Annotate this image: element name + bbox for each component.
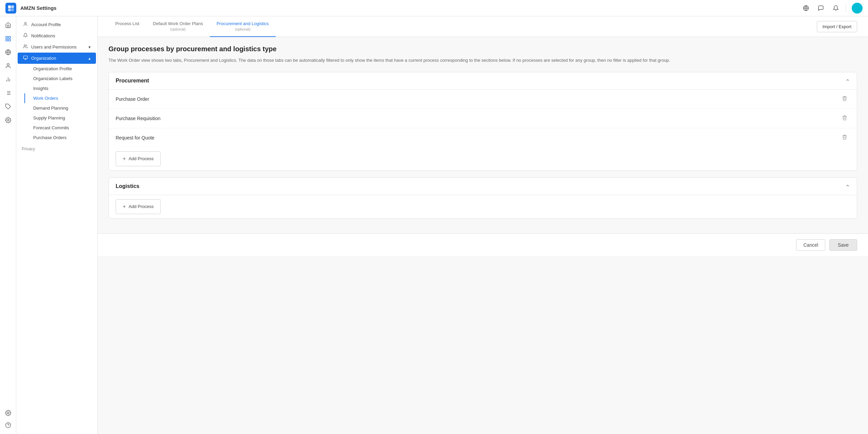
- avatar[interactable]: [852, 3, 863, 14]
- sidebar-item-organization[interactable]: Organization ▴: [18, 53, 96, 64]
- rail-home-icon[interactable]: [2, 19, 14, 31]
- process-item-request-for-quote: Request for Quote: [109, 128, 857, 147]
- svg-rect-1: [11, 5, 14, 8]
- sidebar-sub-insights[interactable]: Insights: [24, 83, 97, 93]
- sidebar: Account Profile Notifications Users and …: [16, 16, 98, 434]
- rail-person-icon[interactable]: [2, 60, 14, 72]
- process-item-purchase-order: Purchase Order: [109, 90, 857, 109]
- sidebar-sub-items: Organization Profile Organization Labels…: [16, 64, 97, 143]
- sidebar-item-label: Organization: [31, 56, 56, 61]
- plus-icon: +: [123, 204, 126, 210]
- delete-request-for-quote-button[interactable]: [839, 133, 850, 143]
- app-title: AMZN Settings: [20, 5, 57, 11]
- procurement-title: Procurement: [116, 78, 845, 84]
- add-process-label: Add Process: [129, 156, 154, 161]
- process-name: Purchase Requisition: [116, 116, 839, 121]
- logistics-header[interactable]: Logistics: [109, 178, 857, 195]
- svg-point-23: [7, 119, 9, 121]
- page-body: Group processes by procurement and logis…: [98, 37, 868, 233]
- import-export-button[interactable]: Import / Export: [817, 21, 857, 32]
- rail-help-icon[interactable]: [2, 419, 14, 431]
- sidebar-sub-org-labels[interactable]: Organization Labels: [24, 74, 97, 83]
- icon-rail: [0, 16, 16, 434]
- topbar-divider: [846, 4, 846, 12]
- bell-icon[interactable]: [831, 3, 841, 13]
- procurement-header[interactable]: Procurement: [109, 72, 857, 90]
- svg-rect-6: [6, 36, 7, 38]
- topbar-icons: [801, 3, 863, 14]
- delete-purchase-requisition-button[interactable]: [839, 114, 850, 123]
- tab-header: Process List Default Work Order Plans (o…: [98, 16, 868, 37]
- process-item-purchase-requisition: Purchase Requisition: [109, 109, 857, 128]
- bottom-actions: Cancel Save: [98, 233, 868, 256]
- sidebar-sub-purchase-orders[interactable]: Purchase Orders: [24, 133, 97, 143]
- sidebar-sub-demand-planning[interactable]: Demand Planning: [24, 103, 97, 113]
- sidebar-item-users-permissions[interactable]: Users and Permissions ▾: [18, 41, 96, 53]
- add-process-procurement-button[interactable]: + Add Process: [116, 151, 161, 166]
- svg-rect-0: [8, 5, 11, 8]
- page-description: The Work Order view shows two tabs, Proc…: [108, 57, 857, 64]
- rail-list-icon[interactable]: [2, 87, 14, 99]
- sidebar-item-notifications[interactable]: Notifications: [18, 30, 96, 41]
- logistics-title: Logistics: [116, 183, 845, 189]
- svg-point-27: [25, 22, 26, 24]
- delete-purchase-order-button[interactable]: [839, 94, 850, 104]
- logistics-section: Logistics + Add Process: [108, 177, 857, 219]
- cancel-button[interactable]: Cancel: [796, 239, 825, 251]
- rail-chart-icon[interactable]: [2, 73, 14, 86]
- app-logo: [5, 3, 16, 14]
- procurement-chevron-up-icon: [845, 78, 850, 83]
- tab-procurement-logistics[interactable]: Procurement and Logistics (optional): [210, 16, 276, 37]
- person-icon: [23, 22, 28, 27]
- sidebar-sub-org-profile[interactable]: Organization Profile: [24, 64, 97, 74]
- sidebar-item-label: Users and Permissions: [31, 44, 77, 50]
- svg-point-28: [24, 45, 26, 46]
- logistics-chevron-up-icon: [845, 183, 850, 189]
- sidebar-privacy[interactable]: Privacy: [16, 143, 97, 155]
- svg-rect-9: [8, 39, 10, 41]
- main-content: Process List Default Work Order Plans (o…: [98, 16, 868, 434]
- sidebar-sub-label: Demand Planning: [33, 106, 68, 111]
- sidebar-sub-label: Supply Planning: [33, 115, 65, 120]
- sidebar-sub-label: Organization Profile: [33, 66, 72, 71]
- tab-process-list[interactable]: Process List: [108, 16, 146, 37]
- rail-tag-icon[interactable]: [2, 100, 14, 113]
- sidebar-sub-supply-planning[interactable]: Supply Planning: [24, 113, 97, 123]
- app-org: AMZN: [20, 5, 35, 11]
- process-name: Request for Quote: [116, 135, 839, 140]
- save-button[interactable]: Save: [829, 239, 857, 251]
- tabs: Process List Default Work Order Plans (o…: [108, 16, 817, 37]
- svg-point-12: [7, 63, 9, 65]
- chevron-down-icon: ▾: [88, 45, 91, 50]
- sidebar-item-label: Notifications: [31, 33, 55, 38]
- rail-gear-icon[interactable]: [2, 407, 14, 419]
- sidebar-sub-label: Work Orders: [33, 96, 58, 101]
- sidebar-sub-label: Insights: [33, 86, 48, 91]
- sidebar-sub-label: Forecast Commits: [33, 125, 69, 130]
- procurement-section: Procurement Purchase Order Purchase Requ…: [108, 72, 857, 171]
- sidebar-item-label: Account Profile: [31, 22, 61, 27]
- org-icon: [23, 55, 28, 61]
- svg-rect-8: [6, 39, 7, 41]
- svg-rect-29: [23, 56, 27, 59]
- sidebar-sub-label: Organization Labels: [33, 76, 73, 81]
- svg-rect-2: [8, 8, 11, 11]
- svg-rect-7: [8, 36, 10, 38]
- rail-apps-icon[interactable]: [2, 33, 14, 45]
- rail-globe-icon[interactable]: [2, 46, 14, 58]
- tab-default-work-order-plans[interactable]: Default Work Order Plans (optional): [146, 16, 210, 37]
- sidebar-item-account-profile[interactable]: Account Profile: [18, 19, 96, 30]
- topbar: AMZN Settings: [0, 0, 868, 16]
- app-settings-label: Settings: [37, 5, 57, 11]
- sidebar-sub-work-orders[interactable]: Work Orders: [24, 93, 97, 103]
- globe-icon[interactable]: [801, 3, 811, 13]
- add-process-logistics-button[interactable]: + Add Process: [116, 199, 161, 214]
- plus-icon: +: [123, 156, 126, 162]
- page-title: Group processes by procurement and logis…: [108, 45, 857, 53]
- sidebar-sub-label: Purchase Orders: [33, 135, 66, 140]
- chat-icon[interactable]: [816, 3, 826, 13]
- add-process-label: Add Process: [129, 204, 154, 209]
- rail-settings-icon[interactable]: [2, 114, 14, 126]
- sidebar-sub-forecast-commits[interactable]: Forecast Commits: [24, 123, 97, 133]
- svg-rect-3: [11, 8, 14, 11]
